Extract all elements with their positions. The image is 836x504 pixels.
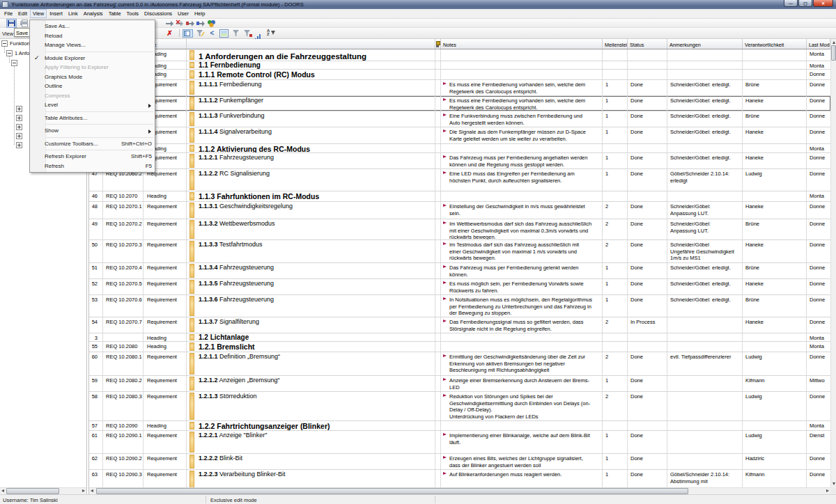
header-verantwortlichkeit[interactable]: Verantwortlichkeit <box>743 39 807 49</box>
tree-expand-node-3[interactable] <box>16 124 22 130</box>
tree-collapse-node[interactable] <box>6 50 13 56</box>
menu-discussions[interactable]: Discussions <box>141 9 175 18</box>
table-row[interactable]: 52REQ 10.2070.5Requirement1.1.3.5 Fahrze… <box>89 279 830 295</box>
close-button[interactable]: ✕ <box>813 0 833 7</box>
tree-expand-node-5[interactable] <box>16 142 22 148</box>
menu-item-customize-toolbars[interactable]: Customize Toolbars...Shift+Ctrl+O <box>30 139 155 149</box>
menu-item-outline[interactable]: Outline <box>30 81 155 91</box>
cell-id: 53 <box>89 295 103 317</box>
tree-expand-node-2[interactable] <box>16 115 22 121</box>
minimize-button[interactable]: — <box>784 0 798 7</box>
header-main[interactable] <box>187 39 435 49</box>
cell-indicator <box>435 421 441 430</box>
table-row[interactable]: 51REQ 10.2070.4Requirement1.1.3.4 Fahrze… <box>89 263 830 279</box>
module-explorer-icon[interactable] <box>183 29 193 38</box>
table-row[interactable]: 46REQ 10.2070Heading1.1.3 Fahrfunktionen… <box>89 191 830 202</box>
table-row[interactable]: Requirement1.1.1.4 SignalverarbeitungDie… <box>89 127 830 144</box>
header-anmerkungen[interactable]: Anmerkungen <box>667 39 743 49</box>
menu-tools[interactable]: Tools <box>124 9 142 18</box>
menu-item-table-attributes[interactable]: Table Attributes... <box>30 113 155 123</box>
table-row[interactable]: Requirement1.1.1.3 FunkverbindungEine Fu… <box>89 111 830 127</box>
link-out-icon[interactable] <box>196 19 206 28</box>
table-row[interactable]: 59REQ 10.2080.2Requirement1.2.1.2 Anzeig… <box>89 376 830 392</box>
sidebar-hscrollbar[interactable] <box>0 487 86 494</box>
menu-view[interactable]: View <box>30 9 47 18</box>
cell-anmerkungen <box>667 421 743 430</box>
menu-item-manage-views[interactable]: Manage Views... <box>30 40 155 50</box>
menu-item-refresh-explorer[interactable]: Refresh ExplorerShift+F5 <box>30 152 155 162</box>
menu-help[interactable]: Help <box>192 9 208 18</box>
restore-button[interactable]: ▢ <box>798 0 812 7</box>
menu-user[interactable]: User <box>175 9 192 18</box>
links-graph-icon[interactable]: < <box>208 29 217 38</box>
cell-verantwortlichkeit <box>743 342 807 352</box>
link-in-icon[interactable] <box>186 19 195 28</box>
filter-edit-icon[interactable] <box>196 29 205 38</box>
cell-notes: Erzeugen eines Bits, welches der Lichtgr… <box>441 454 603 469</box>
table-row[interactable]: 60REQ 10.2080.1Requirement1.2.1.1 Defini… <box>89 352 830 376</box>
menu-item-refresh[interactable]: RefreshF5 <box>30 162 155 171</box>
table-hscrollbar[interactable] <box>89 487 830 494</box>
table-row[interactable]: 50REQ 10.2070.3Requirement1.1.3.3 Testfa… <box>89 240 830 263</box>
table-row[interactable]: Requirement1.1.2.1 FahrzeugsteuerungDas … <box>89 153 830 169</box>
table-vscrollbar[interactable] <box>830 39 836 487</box>
menu-item-level[interactable]: Level <box>30 100 155 110</box>
menu-item-module-explorer[interactable]: ✓Module Explorer <box>30 54 155 63</box>
sort-az-icon[interactable]: AZ <box>267 29 276 38</box>
menu-analysis[interactable]: Analysis <box>81 9 106 18</box>
print-icon[interactable] <box>20 19 29 28</box>
table-row[interactable]: 47REQ 10.2060.2Requirement1.1.2.2 RC Sig… <box>89 169 830 191</box>
picture-icon[interactable] <box>219 29 229 38</box>
table-row[interactable]: 55REQ 10.2080Heading1.2.1 BremslichtMont… <box>89 342 830 352</box>
menu-item-show[interactable]: Show <box>30 126 155 136</box>
table-row[interactable]: 58REQ 10.2080.3Requirement1.2.1.3 Större… <box>89 392 830 421</box>
menu-link[interactable]: Link <box>65 9 81 18</box>
menu-file[interactable]: File <box>1 9 15 18</box>
table-row[interactable]: 49REQ 10.2070.2Requirement1.1.3.2 Wettbe… <box>89 219 830 240</box>
header-lastmod[interactable]: Last Modified <box>807 39 830 49</box>
tree-expand-node-4[interactable] <box>16 133 22 139</box>
tree-collapse-subnode[interactable] <box>11 60 17 66</box>
table-row[interactable]: Heading1.1.2 Aktivierung des RC-ModusMon… <box>89 144 830 153</box>
header-status[interactable]: Status <box>628 39 667 49</box>
chart-icon[interactable] <box>255 29 264 38</box>
menu-insert[interactable]: Insert <box>47 9 65 18</box>
cell-status: Done <box>628 295 667 317</box>
table-row[interactable]: 54REQ 10.2070.7Requirement1.1.3.7 Signal… <box>89 317 830 333</box>
table-row[interactable]: 61REQ 10.2090.1Requirement1.2.2.1 Anzeig… <box>89 431 830 454</box>
menu-item-reload[interactable]: Reload <box>30 31 155 41</box>
filter-advanced-icon[interactable] <box>243 29 252 38</box>
menu-item-graphics-mode[interactable]: Graphics Mode <box>30 72 155 82</box>
table-row[interactable]: 62REQ 10.2090.2Requirement1.2.2.2 Blink-… <box>89 454 830 470</box>
delete-icon[interactable]: ✗ <box>165 29 174 38</box>
save-icon[interactable] <box>6 19 17 28</box>
table-row[interactable]: 53REQ 10.2070.6Requirement1.1.3.6 Fahrze… <box>89 295 830 317</box>
menu-table[interactable]: Table <box>106 9 124 18</box>
cell-meilenstein <box>603 342 628 352</box>
table-row[interactable]: Requirement1.1.1.1 FernbedienungEs muss … <box>89 80 830 96</box>
table-row[interactable]: 3Heading1.2 LichtanlageMonta <box>89 333 830 342</box>
header-notes[interactable]: Notes <box>441 39 603 49</box>
menu-edit[interactable]: Edit <box>15 9 30 18</box>
table-row[interactable]: Heading1.1 FernbedienungMonta <box>89 61 830 70</box>
header-indicator[interactable] <box>435 39 441 49</box>
table-row[interactable]: Requirement1.1.1.2 FunkempfängerEs muss … <box>89 96 830 111</box>
refresh-links-icon[interactable] <box>207 19 216 28</box>
cell-verantwortlichkeit: Ludwig <box>743 392 807 420</box>
delete-link-icon[interactable] <box>176 19 185 28</box>
cell-verantwortlichkeit: Kifmann <box>743 376 807 391</box>
table-row[interactable]: Heading1 Anforderungen an die Fahrzeugge… <box>89 49 830 61</box>
header-meilenstein[interactable]: Meilenstein <box>603 39 628 49</box>
table-row[interactable]: 57REQ 10.2090Heading1.2.2 Fahrtrichtungs… <box>89 421 830 431</box>
tree-expand-node-1[interactable] <box>16 106 22 112</box>
cell-verantwortlichkeit: Brüne <box>743 111 807 127</box>
table-row[interactable]: 48REQ 10.2070.1Requirement1.1.3.1 Geschw… <box>89 202 830 219</box>
menu-item-save-as[interactable]: Save As... <box>30 22 155 31</box>
cell-object-type: Heading <box>144 342 187 352</box>
tree-collapse-root[interactable] <box>1 40 8 47</box>
filter-icon[interactable] <box>231 29 240 38</box>
table-row[interactable]: 63REQ 10.2090.3Requirement1.2.2.3 Verarb… <box>89 470 830 487</box>
make-link-icon[interactable] <box>165 19 174 28</box>
table-row[interactable]: Heading1.1.1 Remote Control (RC) ModusDo… <box>89 70 830 80</box>
cell-meilenstein: 1 <box>603 454 628 469</box>
